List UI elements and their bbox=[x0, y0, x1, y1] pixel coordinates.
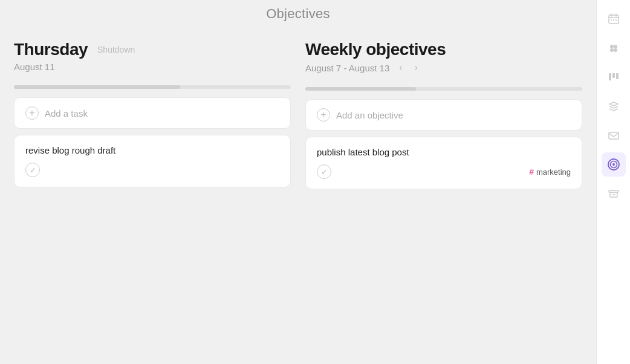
svg-rect-5 bbox=[613, 19, 614, 21]
shutdown-badge: Shutdown bbox=[97, 45, 135, 54]
add-objective-button[interactable]: + Add an objective bbox=[305, 99, 582, 131]
svg-point-8 bbox=[614, 45, 617, 48]
thursday-progress-bar bbox=[14, 85, 291, 89]
thursday-column: Thursday Shutdown August 11 + Add a task… bbox=[14, 40, 291, 195]
svg-rect-6 bbox=[615, 19, 617, 21]
objectives-icon[interactable] bbox=[602, 152, 626, 177]
task-1-check[interactable]: ✓ bbox=[25, 163, 40, 177]
weekly-title-row: Weekly objectives bbox=[305, 40, 582, 59]
svg-rect-12 bbox=[612, 73, 615, 78]
prev-week-button[interactable]: ‹ bbox=[397, 62, 404, 74]
weekly-title: Weekly objectives bbox=[305, 40, 446, 59]
svg-rect-13 bbox=[616, 73, 619, 79]
obj-1-footer: ✓ # marketing bbox=[317, 164, 571, 179]
weekly-header: Weekly objectives August 7 - August 13 ‹… bbox=[305, 40, 582, 80]
weekly-progress-fill bbox=[305, 87, 416, 91]
task-card-1: revise blog rough draft ✓ bbox=[14, 135, 291, 187]
dots-icon[interactable] bbox=[602, 36, 626, 60]
thursday-subtitle: August 11 bbox=[14, 62, 291, 72]
obj-1-tag: # marketing bbox=[529, 167, 571, 177]
columns-container: Thursday Shutdown August 11 + Add a task… bbox=[14, 40, 582, 195]
task-1-footer: ✓ bbox=[25, 163, 279, 177]
add-objective-plus-icon: + bbox=[317, 108, 330, 122]
archive-icon[interactable] bbox=[602, 181, 626, 206]
obj-1-title: publish latest blog post bbox=[317, 147, 571, 157]
add-task-label: Add a task bbox=[45, 108, 88, 119]
task-1-title: revise blog rough draft bbox=[25, 145, 279, 155]
weekly-progress-bar bbox=[305, 87, 582, 91]
svg-point-7 bbox=[610, 45, 614, 48]
thursday-title-row: Thursday Shutdown bbox=[14, 40, 291, 59]
kanban-icon[interactable] bbox=[602, 65, 626, 89]
objective-card-1: publish latest blog post ✓ # marketing bbox=[305, 137, 582, 189]
sidebar bbox=[596, 0, 630, 364]
svg-rect-14 bbox=[609, 132, 619, 139]
weekly-objectives-column: Weekly objectives August 7 - August 13 ‹… bbox=[305, 40, 582, 195]
tag-hash-icon: # bbox=[529, 167, 534, 177]
weekly-subtitle-row: August 7 - August 13 ‹ › bbox=[305, 62, 582, 74]
svg-point-9 bbox=[610, 48, 614, 52]
svg-point-17 bbox=[612, 163, 615, 166]
add-task-button[interactable]: + Add a task bbox=[14, 97, 291, 129]
main-content: Objectives Thursday Shutdown August 11 +… bbox=[0, 0, 596, 364]
svg-point-10 bbox=[614, 48, 617, 52]
mail-icon[interactable] bbox=[602, 123, 626, 148]
thursday-header: Thursday Shutdown August 11 bbox=[14, 40, 291, 78]
page-title: Objectives bbox=[266, 6, 330, 22]
layers-icon[interactable] bbox=[602, 94, 626, 119]
tag-label: marketing bbox=[536, 167, 571, 177]
add-task-plus-icon: + bbox=[25, 106, 39, 120]
thursday-progress-fill bbox=[14, 85, 180, 89]
svg-rect-11 bbox=[609, 73, 611, 80]
weekly-subtitle: August 7 - August 13 bbox=[305, 63, 389, 73]
thursday-title: Thursday bbox=[14, 40, 88, 59]
svg-rect-4 bbox=[611, 19, 612, 21]
add-objective-label: Add an objective bbox=[336, 110, 403, 120]
obj-1-check[interactable]: ✓ bbox=[317, 164, 331, 179]
next-week-button[interactable]: › bbox=[412, 62, 420, 74]
calendar-icon[interactable] bbox=[602, 7, 626, 31]
